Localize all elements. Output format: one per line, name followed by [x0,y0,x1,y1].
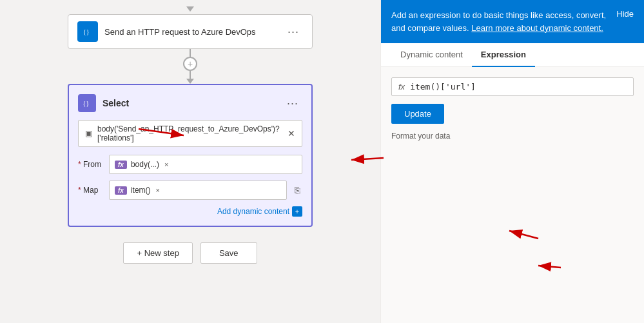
map-fx-badge: fx [115,186,127,195]
select-card-header: {} Select ··· [78,94,302,112]
select-icon: {} [78,94,96,112]
http-request-card: {} Send an HTTP request to Azure DevOps … [68,14,313,49]
expression-input[interactable] [410,82,627,92]
dynamic-plus-icon: + [292,206,302,217]
workflow-canvas: {} Send an HTTP request to Azure DevOps … [0,0,380,323]
format-label: Format your data [391,132,634,141]
http-icon: {} [77,21,98,42]
add-step-circle[interactable]: + [183,57,197,71]
panel-header-text: Add an expression to do basic things lik… [391,9,610,34]
map-tag-close[interactable]: × [156,186,160,194]
add-dynamic-content-link[interactable]: Add dynamic content + [217,206,302,217]
expression-panel: Add an expression to do basic things lik… [380,0,644,323]
http-title: Send an HTTP request to Azure DevOps [104,27,277,37]
map-tag-text: item() [131,186,151,195]
from-field-row: From fx body(...) × [78,155,302,174]
bottom-buttons: + New step Save [123,242,257,264]
from-field-value[interactable]: fx body(...) × [109,155,302,174]
from-tag-text: body(...) [131,160,159,169]
panel-hide-button[interactable]: Hide [616,9,634,19]
tab-expression[interactable]: Expression [472,43,535,67]
select-more-button[interactable]: ··· [283,95,302,112]
http-more-button[interactable]: ··· [284,24,303,40]
top-connector [186,6,194,12]
panel-tabs: Dynamic content Expression [381,43,644,67]
new-step-button[interactable]: + New step [123,242,192,264]
expr-bar-text: body('Send_an_HTTP_request_to_Azure_DevO… [97,124,282,142]
expr-close-button[interactable]: ✕ [288,128,295,139]
expr-bar-icon: ▣ [85,129,92,138]
top-arrow [186,6,194,12]
connector-line-2 [190,71,191,79]
map-field-value[interactable]: fx item() × [109,181,287,200]
svg-text:{}: {} [83,99,90,107]
svg-text:{}: {} [83,28,90,35]
tab-dynamic-content[interactable]: Dynamic content [391,43,472,67]
from-tag-close[interactable]: × [164,161,168,168]
middle-connector: + [183,49,197,84]
dynamic-content-row: Add dynamic content + [78,206,302,217]
dynamic-content-label: Add dynamic content [217,207,289,216]
expression-bar: ▣ body('Send_an_HTTP_request_to_Azure_De… [78,120,302,147]
connector-line-1 [190,49,191,57]
learn-more-link[interactable]: Learn more about dynamic content. [471,23,603,33]
from-fx-badge: fx [115,161,127,169]
panel-header: Add an expression to do basic things lik… [381,0,644,43]
update-button[interactable]: Update [391,104,444,124]
select-title: Select [102,98,277,108]
map-copy-button[interactable]: ⎘ [292,184,302,197]
from-label: From [78,160,104,169]
select-card: {} Select ··· ▣ body('Send_an_HTTP_reque… [68,84,313,227]
map-label: Map [78,186,104,195]
panel-body: fx Update Format your data [381,67,644,323]
map-field-row: Map fx item() × ⎘ [78,181,302,200]
middle-arrow [186,79,194,84]
expression-input-row: fx [391,77,634,96]
save-button[interactable]: Save [200,242,257,264]
fx-label: fx [398,82,405,92]
